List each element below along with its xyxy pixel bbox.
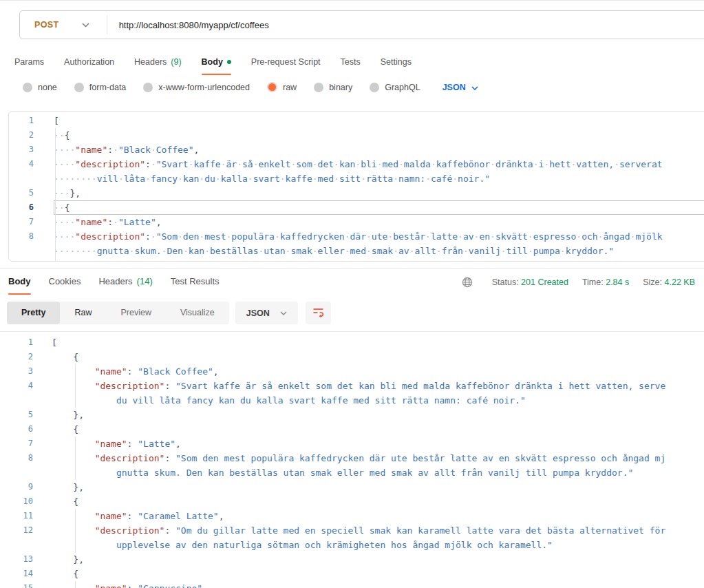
- code-line-14: 14 {: [0, 567, 704, 581]
- json-punctuation: {: [52, 496, 78, 507]
- whitespace-dot: ·: [59, 145, 65, 155]
- code-line-content: {: [52, 350, 704, 364]
- status-label: Status:: [492, 277, 521, 287]
- code-line-content: ··{: [54, 128, 704, 143]
- code-line-content: "description": "Svart kaffe är så enkelt…: [52, 379, 704, 393]
- json-punctuation: {: [52, 352, 78, 362]
- tab-label: Settings: [381, 57, 412, 67]
- line-number: 4: [9, 157, 34, 171]
- whitespace-dot: ·: [393, 174, 398, 184]
- body-language-select[interactable]: JSON: [442, 83, 478, 92]
- response-language-select[interactable]: JSON: [235, 302, 298, 324]
- response-tab-cookies[interactable]: Cookies: [49, 271, 81, 295]
- body-type-binary[interactable]: binary: [314, 83, 352, 92]
- whitespace-dot: ·: [65, 188, 70, 198]
- json-punctuation: [52, 583, 95, 588]
- view-mode-raw[interactable]: Raw: [60, 302, 106, 324]
- code-line-4: 4····"description":·"Svart·kaffe·är·så·e…: [9, 157, 704, 171]
- response-tab-body[interactable]: Body: [8, 271, 31, 295]
- json-string: upplevelse av den naturliga sötman och k…: [116, 540, 553, 550]
- body-type-GraphQL[interactable]: GraphQL: [370, 83, 420, 92]
- line-number: 15: [0, 581, 33, 588]
- wrap-lines-button[interactable]: [306, 302, 331, 324]
- radio-icon: [74, 83, 84, 92]
- whitespace-dot: ·: [280, 174, 286, 184]
- radio-label: raw: [283, 83, 297, 92]
- indent-guide: [75, 393, 76, 408]
- code-line-content: ···},: [54, 186, 704, 200]
- radio-label: GraphQL: [385, 83, 420, 92]
- radio-label: form-data: [89, 83, 127, 92]
- body-type-none[interactable]: none: [23, 83, 57, 92]
- view-mode-preview[interactable]: Preview: [106, 302, 165, 324]
- body-type-raw[interactable]: raw: [267, 82, 297, 92]
- method-select[interactable]: POST: [20, 20, 89, 30]
- json-punctuation: :: [127, 439, 138, 449]
- line-number: 2: [0, 350, 33, 364]
- tab-settings[interactable]: Settings: [381, 52, 412, 75]
- json-key: "description": [95, 525, 165, 536]
- json-punctuation: [52, 468, 116, 478]
- json-punctuation: ··{: [54, 202, 70, 213]
- response-tab-test-results[interactable]: Test Results: [171, 271, 220, 295]
- json-punctuation: ,: [213, 366, 219, 377]
- whitespace-dot: ·: [59, 260, 65, 262]
- whitespace-dot: ·: [226, 231, 231, 242]
- tab-label: Body: [8, 276, 31, 286]
- chevron-down-icon: [82, 23, 89, 28]
- view-mode-visualize[interactable]: Visualize: [166, 302, 229, 324]
- json-key: "name": [75, 145, 107, 155]
- line-number: 12: [0, 523, 33, 538]
- indent-guide: [75, 523, 76, 538]
- code-line-content: },: [52, 408, 704, 422]
- whitespace-dot: ·: [334, 159, 339, 169]
- indent-guide: [75, 364, 76, 379]
- whitespace-dot: ·: [204, 246, 210, 256]
- tab-headers[interactable]: Headers(9): [134, 52, 182, 75]
- code-line-2: 2··{: [9, 128, 704, 143]
- tab-tests[interactable]: Tests: [341, 52, 361, 75]
- whitespace-dot: ·: [54, 202, 59, 213]
- tab-body[interactable]: Body: [202, 52, 231, 75]
- radio-label: binary: [329, 83, 352, 92]
- whitespace-dot: ·: [290, 159, 296, 169]
- whitespace-dot: ·: [355, 159, 361, 169]
- response-tab-headers[interactable]: Headers(14): [98, 271, 152, 295]
- json-punctuation: ,: [175, 439, 181, 449]
- tab-pre-request-script[interactable]: Pre-request Script: [251, 52, 321, 75]
- json-string: gnutta skum. Den kan beställas utan smak…: [116, 468, 633, 478]
- whitespace-dot: ·: [275, 231, 280, 242]
- response-body-editor[interactable]: 1[2 {3 "name": "Black Coffee",4 "descrip…: [0, 333, 704, 588]
- whitespace-dot: ·: [253, 159, 259, 169]
- code-line-5: 5···},: [9, 186, 704, 200]
- tab-label: Authorization: [64, 57, 114, 67]
- json-punctuation: [52, 540, 116, 550]
- status-values: Status: 201 CreatedTime: 2.84 sSize: 4.2…: [492, 277, 695, 287]
- json-punctuation: ,: [156, 217, 162, 227]
- whitespace-dot: ·: [59, 130, 65, 140]
- json-punctuation: [52, 439, 95, 449]
- code-line-1: 1[: [0, 335, 704, 350]
- view-mode-pretty[interactable]: Pretty: [7, 302, 60, 324]
- whitespace-dot: ·: [189, 159, 194, 169]
- tab-authorization[interactable]: Authorization: [64, 52, 114, 75]
- indent-guide: [55, 143, 56, 157]
- body-type-form-data[interactable]: form-data: [74, 83, 127, 92]
- json-string: "Black·Coffee": [118, 145, 194, 155]
- url-input[interactable]: http://localhost:8080/myapp/cf/coffees: [119, 20, 269, 30]
- tab-params[interactable]: Params: [14, 52, 44, 75]
- request-body-editor[interactable]: 1[2··{3····"name":·"Black·Coffee",4····"…: [8, 111, 704, 262]
- code-line-10: 10 {: [0, 494, 704, 509]
- whitespace-dot: ·: [75, 174, 81, 184]
- whitespace-dot: ·: [75, 246, 81, 256]
- status-value: 2.84 s: [606, 277, 629, 287]
- whitespace-dot: ·: [286, 246, 291, 256]
- whitespace-dot: ·: [59, 231, 65, 242]
- globe-icon: [462, 277, 473, 288]
- whitespace-dot: ·: [162, 246, 167, 256]
- whitespace-dot: ·: [393, 246, 398, 256]
- postman-request-page: { "colors":{"accent_orange":"#ff6c37","s…: [0, 0, 704, 588]
- json-punctuation: :: [164, 453, 175, 463]
- body-type-x-www-form-urlencoded[interactable]: x-www-form-urlencoded: [143, 83, 250, 92]
- json-punctuation: ,: [194, 145, 200, 155]
